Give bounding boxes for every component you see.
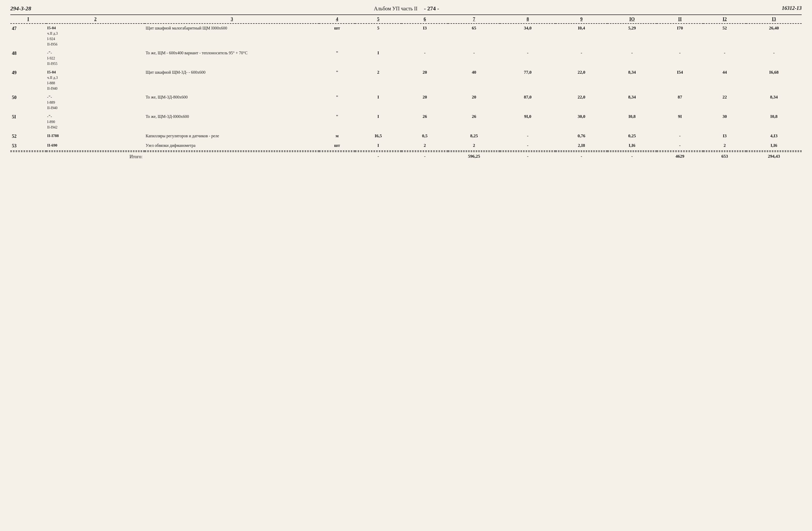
row-num: 49	[10, 68, 46, 93]
col-header-13: I3	[746, 15, 802, 24]
row-c6: -	[402, 48, 448, 68]
col-header-10: IO	[607, 15, 657, 24]
row-unit: "	[319, 68, 355, 93]
row-c12: I3	[703, 131, 746, 141]
row-unit: шт	[319, 141, 355, 151]
row-c5: I	[355, 93, 402, 112]
row-ref: -"-I-922II-I955	[46, 48, 145, 68]
row-desc: Щит шкафной малогабаритный ЩМ I000x600	[145, 24, 319, 48]
row-c11: -	[657, 131, 703, 141]
row-c8: 77,0	[500, 68, 555, 93]
row-c8: -	[500, 131, 555, 141]
row-unit: "	[319, 48, 355, 68]
row-c5: I6,5	[355, 131, 402, 141]
total-label: Итого:	[46, 152, 145, 161]
row-desc: То же, ЩМ-3Д-800x600	[145, 93, 319, 112]
row-c12: 52	[703, 24, 746, 48]
row-c10: I,I6	[607, 141, 657, 151]
table-row: 52 II-I788 Капилляры регуляторов и датчи…	[10, 131, 802, 141]
table-header-row: I 2 3 4 5 6 7 8 9 IO II I2 I3	[10, 15, 802, 24]
total-c7: 596,25	[448, 152, 500, 161]
row-c13: -	[746, 48, 802, 68]
page-header: 294-3-28 Альбом УП часть II - 274 - 1631…	[10, 5, 802, 13]
row-c7: 20	[448, 93, 500, 112]
row-c12: 30	[703, 112, 746, 131]
row-c9: 22,0	[555, 68, 607, 93]
row-ref: -"-I-889II-I940	[46, 93, 145, 112]
row-c9: -	[555, 48, 607, 68]
total-c13: 294,43	[746, 152, 802, 161]
total-empty2	[145, 152, 319, 161]
row-num: 48	[10, 48, 46, 68]
row-c10: I0,8	[607, 112, 657, 131]
row-c9: 22,0	[555, 93, 607, 112]
row-c8: -	[500, 48, 555, 68]
row-num: 53	[10, 141, 46, 151]
table-row: 5I -"-I-890II-I942 То же, ЩМ-3Д-I000x600…	[10, 112, 802, 131]
total-empty3	[319, 152, 355, 161]
col-header-9: 9	[555, 15, 607, 24]
col-header-3: 3	[145, 15, 319, 24]
row-unit: м	[319, 131, 355, 141]
row-c6: I3	[402, 24, 448, 48]
row-c8: 87,0	[500, 93, 555, 112]
page-number: - 274 -	[424, 5, 439, 12]
row-c6: 0,5	[402, 131, 448, 141]
doc-number: 294-3-28	[10, 5, 31, 12]
doc-code: 16312-13	[782, 5, 802, 11]
row-ref: -"-I-890II-I942	[46, 112, 145, 131]
row-c7: 65	[448, 24, 500, 48]
row-c12: 2	[703, 141, 746, 151]
row-c13: 26,40	[746, 24, 802, 48]
row-num: 50	[10, 93, 46, 112]
row-c7: 40	[448, 68, 500, 93]
total-c9: -	[555, 152, 607, 161]
table-row: 53 II-690 Узел обвязки дифманометра шт I…	[10, 141, 802, 151]
row-c11: 9I	[657, 112, 703, 131]
row-desc: Щит шкафной ЩМ-3Д- - 600x600	[145, 68, 319, 93]
row-desc: То же, ЩМ-3Д-I000x600	[145, 112, 319, 131]
row-c12: 44	[703, 68, 746, 93]
row-c11: I70	[657, 24, 703, 48]
row-c7: -	[448, 48, 500, 68]
row-desc: То же, ЩМ - 600x400 вариант - теплоносит…	[145, 48, 319, 68]
row-desc: Капилляры регуляторов и датчиков - реле	[145, 131, 319, 141]
row-num: 52	[10, 131, 46, 141]
row-ref: II-690	[46, 141, 145, 151]
row-c13: 4,I3	[746, 131, 802, 141]
row-unit: "	[319, 112, 355, 131]
table-row: 47 I5-04ч.II д.3I-924II-I956 Щит шкафной…	[10, 24, 802, 48]
total-c8: -	[500, 152, 555, 161]
row-c8: 9I,0	[500, 112, 555, 131]
col-header-6: 6	[402, 15, 448, 24]
row-num: 47	[10, 24, 46, 48]
row-c13: 8,34	[746, 93, 802, 112]
row-c5: I	[355, 112, 402, 131]
main-table: I 2 3 4 5 6 7 8 9 IO II I2 I3 47 I5-04ч.…	[10, 14, 802, 161]
row-c12: -	[703, 48, 746, 68]
table-row: 48 -"-I-922II-I955 То же, ЩМ - 600x400 в…	[10, 48, 802, 68]
col-header-11: II	[657, 15, 703, 24]
total-c10: -	[607, 152, 657, 161]
row-c13: I6,68	[746, 68, 802, 93]
col-header-5: 5	[355, 15, 402, 24]
row-c9: I0,4	[555, 24, 607, 48]
row-c11: I54	[657, 68, 703, 93]
row-ref: II-I788	[46, 131, 145, 141]
album-label: Альбом УП часть II	[374, 6, 418, 11]
row-c10: 5,29	[607, 24, 657, 48]
row-c13: I,I6	[746, 141, 802, 151]
total-c12: 653	[703, 152, 746, 161]
row-c11: -	[657, 48, 703, 68]
row-c5: I	[355, 48, 402, 68]
total-empty1	[10, 152, 46, 161]
row-c6: 20	[402, 68, 448, 93]
row-c5: I	[355, 141, 402, 151]
total-c11: 4629	[657, 152, 703, 161]
row-c5: 2	[355, 68, 402, 93]
row-c6: 26	[402, 112, 448, 131]
col-header-8: 8	[500, 15, 555, 24]
col-header-4: 4	[319, 15, 355, 24]
row-ref: I5-04ч.II д.3I-888II-I940	[46, 68, 145, 93]
row-c11: -	[657, 141, 703, 151]
